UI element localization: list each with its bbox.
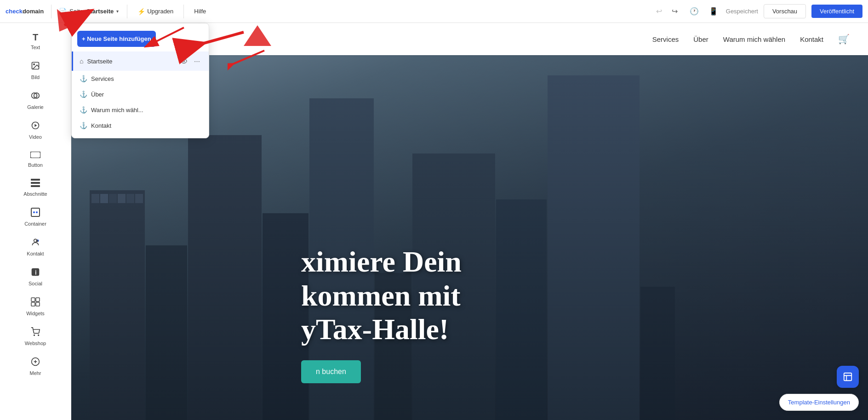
pages-list: ⌂ Startseite ⋯ ⚓ Services ⚓ Über xyxy=(72,51,209,133)
svg-point-11 xyxy=(33,211,35,213)
sidebar-item-webshop[interactable]: Webshop xyxy=(3,323,68,351)
svg-rect-17 xyxy=(31,298,35,301)
svg-text:+: + xyxy=(36,239,38,243)
main-layout: T Text Bild Galerie Video xyxy=(0,23,868,420)
sidebar-item-bild[interactable]: Bild xyxy=(3,57,68,85)
logo-text: checkdomain xyxy=(6,8,44,15)
more-options-button[interactable]: ⋯ xyxy=(191,56,202,67)
hero-cta-button[interactable]: n buchen xyxy=(301,360,361,383)
image-icon xyxy=(31,61,40,73)
svg-rect-7 xyxy=(31,179,40,181)
svg-rect-19 xyxy=(31,302,35,306)
svg-rect-18 xyxy=(36,298,40,301)
page-item-services[interactable]: ⚓ Services xyxy=(72,71,209,86)
redo-button[interactable]: ↪ xyxy=(668,5,682,18)
video-icon xyxy=(31,121,40,132)
sidebar-item-galerie[interactable]: Galerie xyxy=(3,86,68,114)
svg-point-1 xyxy=(34,64,35,65)
topbar-right: ↩ ↪ 🕐 📱 Gespeichert Vorschau Veröffentli… xyxy=(652,4,862,18)
topbar-divider-3 xyxy=(183,5,184,18)
logo: checkdomain xyxy=(6,8,44,15)
contact-icon: + xyxy=(31,238,40,249)
sidebar-item-container[interactable]: Container xyxy=(3,203,68,231)
svg-point-26 xyxy=(183,60,185,62)
container-icon xyxy=(31,208,40,219)
page-item-startseite[interactable]: ⌂ Startseite ⋯ xyxy=(72,51,209,71)
page-item-actions-startseite: ⋯ xyxy=(178,56,202,67)
design-button[interactable] xyxy=(837,366,859,388)
publish-button[interactable]: Veröffentlicht xyxy=(811,5,862,18)
sidebar-item-social[interactable]: Social xyxy=(3,263,68,291)
svg-point-21 xyxy=(34,335,35,336)
topbar-divider-2 xyxy=(127,5,127,18)
nav-link-uber[interactable]: Über xyxy=(693,35,708,43)
visibility-toggle-button[interactable] xyxy=(178,56,189,67)
page-item-warum[interactable]: ⚓ Warum mich wähl... xyxy=(72,102,209,118)
upgrade-button[interactable]: ⚡ Upgraden xyxy=(132,6,179,17)
anchor-icon-kontakt: ⚓ xyxy=(80,122,87,129)
page-selector[interactable]: 📄 Seite: Startseite ▾ xyxy=(55,6,122,17)
nav-link-warum[interactable]: Warum mich wählen xyxy=(723,35,785,43)
bolt-icon: ⚡ xyxy=(137,8,145,15)
undo-button[interactable]: ↩ xyxy=(652,5,666,18)
sidebar-item-widgets[interactable]: Widgets xyxy=(3,293,68,321)
svg-rect-20 xyxy=(36,302,40,306)
template-settings-button[interactable]: Template-Einstellungen xyxy=(779,394,859,411)
svg-marker-5 xyxy=(34,124,37,127)
hero-title: ximiere Dein kommen mit yTax-Halle! xyxy=(301,245,850,346)
svg-point-3 xyxy=(34,93,40,98)
shop-icon xyxy=(31,327,40,339)
device-preview-button[interactable]: 📱 xyxy=(707,5,720,18)
preview-nav-links: Services Über Warum mich wählen Kontakt … xyxy=(652,34,850,45)
social-icon xyxy=(31,267,40,279)
hero-content: ximiere Dein kommen mit yTax-Halle! n bu… xyxy=(301,245,850,383)
page-item-uber[interactable]: ⚓ Über xyxy=(72,86,209,102)
home-icon: ⌂ xyxy=(80,57,83,65)
widgets-icon xyxy=(31,297,40,309)
svg-point-12 xyxy=(36,211,38,213)
sidebar-item-kontakt[interactable]: + Kontakt xyxy=(3,233,68,261)
page-item-kontakt[interactable]: ⚓ Kontakt xyxy=(72,118,209,133)
hilfe-button[interactable]: Hilfe xyxy=(188,6,211,17)
sections-icon xyxy=(31,179,40,189)
undo-redo-group: ↩ ↪ xyxy=(652,5,682,18)
page-selector-label: Seite: Startseite xyxy=(69,8,114,15)
preview-button[interactable]: Vorschau xyxy=(764,4,806,18)
page-icon: 📄 xyxy=(59,8,67,15)
anchor-icon-uber: ⚓ xyxy=(80,91,87,98)
button-icon xyxy=(30,151,40,160)
chevron-down-icon: ▾ xyxy=(116,9,119,14)
add-page-button[interactable]: + Neue Seite hinzufügen xyxy=(77,31,156,47)
sidebar-item-video[interactable]: Video xyxy=(3,116,68,144)
cart-icon[interactable]: 🛒 xyxy=(838,34,850,45)
sidebar-item-text[interactable]: T Text xyxy=(3,28,68,55)
svg-rect-8 xyxy=(31,182,40,184)
anchor-icon-warum: ⚓ xyxy=(80,106,87,114)
svg-rect-10 xyxy=(31,208,40,216)
left-sidebar: T Text Bild Galerie Video xyxy=(0,23,71,420)
sidebar-item-abschnitte[interactable]: Abschnitte xyxy=(3,174,68,201)
history-button[interactable]: 🕐 xyxy=(687,5,701,18)
pages-dropdown: + Neue Seite hinzufügen ⌂ Startseite ⋯ ⚓… xyxy=(71,23,209,138)
anchor-icon-services: ⚓ xyxy=(80,75,87,82)
topbar-divider-1 xyxy=(51,5,51,18)
topbar: checkdomain 📄 Seite: Startseite ▾ ⚡ Upgr… xyxy=(0,0,868,23)
svg-point-22 xyxy=(38,335,39,336)
text-icon: T xyxy=(33,32,38,43)
nav-link-kontakt[interactable]: Kontakt xyxy=(800,35,823,43)
saved-status: Gespeichert xyxy=(726,8,758,15)
svg-rect-27 xyxy=(844,373,852,381)
nav-link-services[interactable]: Services xyxy=(652,35,679,43)
svg-rect-9 xyxy=(31,185,40,187)
gallery-icon xyxy=(31,91,40,102)
svg-rect-6 xyxy=(30,152,40,158)
sidebar-item-mehr[interactable]: Mehr xyxy=(3,352,68,380)
more-icon xyxy=(31,357,40,369)
sidebar-item-button[interactable]: Button xyxy=(3,146,68,172)
